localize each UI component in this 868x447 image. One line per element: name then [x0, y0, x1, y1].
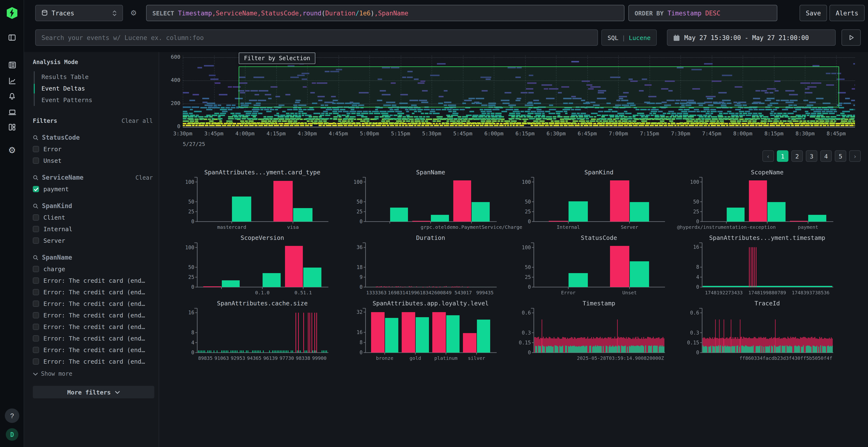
date-range-value: May 27 15:30:00 - May 27 21:00:00 [684, 34, 809, 41]
checkbox[interactable] [33, 324, 39, 330]
mini-chart-duration[interactable]: Duration09183613333631698314199618342600… [343, 233, 498, 299]
mini-chart-cache-size[interactable]: SpanAttributes.cache.size048168983591063… [175, 299, 329, 364]
svg-text:9: 9 [360, 274, 363, 280]
svg-text:bronze: bronze [376, 355, 393, 361]
checkbox[interactable] [33, 358, 39, 365]
page-button-5[interactable]: 5 [835, 150, 846, 162]
mini-chart-trace-id[interactable]: TraceId00.150.30.6ff860334facdb23d3f430f… [680, 299, 834, 364]
main-content: Filter by Selection 6004002000 3:30pm3:4… [159, 52, 868, 447]
select-clause-input[interactable]: SELECT Timestamp,ServiceName,StatusCode,… [146, 5, 624, 21]
search-input[interactable] [35, 29, 598, 46]
clear-all-link[interactable]: Clear all [122, 117, 153, 124]
filter-checkbox-row[interactable]: charge [33, 265, 153, 273]
alerts-button[interactable]: Alerts [830, 5, 865, 21]
page-prev-button[interactable]: ‹ [763, 150, 774, 162]
checkbox[interactable] [33, 312, 39, 318]
page-button-4[interactable]: 4 [820, 150, 832, 162]
user-avatar[interactable]: D [6, 428, 18, 441]
filter-group-spanname: SpanNamechargeError: The credit card (en… [33, 254, 153, 377]
checkbox[interactable] [33, 226, 39, 232]
checkbox[interactable] [33, 146, 39, 152]
mini-chart-timestamp[interactable]: Timestamp00.150.30.62025-05-28T03:59:14.… [512, 299, 666, 364]
mini-chart-span-name[interactable]: SpanName02550100grpc.oteldemo.PaymentSer… [343, 168, 498, 233]
page-next-button[interactable]: › [849, 150, 861, 162]
chart-explorer-icon[interactable] [6, 75, 18, 87]
checkbox[interactable] [33, 266, 39, 272]
lucene-mode-option[interactable]: Lucene [629, 34, 651, 41]
hyperdx-logo-icon[interactable] [6, 7, 18, 19]
filter-checkbox-row[interactable]: Error: The credit card (end… [33, 335, 153, 342]
filter-checkbox-row[interactable]: Server [33, 237, 153, 244]
filter-by-selection-tooltip[interactable]: Filter by Selection [239, 53, 316, 64]
mini-chart-card-type[interactable]: SpanAttributes...yment.card_type02550100… [175, 168, 329, 233]
filter-checkbox-row[interactable]: Error: The credit card (end… [33, 358, 153, 365]
sql-mode-option[interactable]: SQL [608, 34, 618, 41]
sessions-laptop-icon[interactable] [6, 106, 18, 118]
checkbox[interactable] [33, 186, 39, 192]
filter-checkbox-row[interactable]: payment [33, 185, 153, 193]
dashboards-icon[interactable] [6, 121, 18, 133]
filter-checkbox-row[interactable]: Error: The credit card (end… [33, 277, 153, 284]
checkbox[interactable] [33, 301, 39, 307]
chevron-updown-icon [112, 10, 117, 16]
filter-checkbox-row[interactable]: Error: The credit card (end… [33, 312, 153, 319]
search-logs-icon[interactable] [6, 59, 18, 71]
svg-text:16: 16 [188, 310, 194, 315]
source-select[interactable]: Traces [35, 5, 123, 21]
help-button[interactable]: ? [5, 409, 19, 423]
analysis-mode-event-patterns[interactable]: Event Patterns [35, 94, 153, 106]
checkbox[interactable] [33, 214, 39, 220]
analysis-mode-event-deltas[interactable]: Event Deltas [35, 83, 153, 94]
run-query-button[interactable] [841, 29, 861, 46]
checkbox-label: charge [43, 265, 65, 273]
settings-gear-icon[interactable]: ⚙ [6, 144, 18, 157]
analysis-mode-results-table[interactable]: Results Table [35, 71, 153, 83]
svg-text:Error: Error [561, 290, 576, 296]
page-button-3[interactable]: 3 [806, 150, 817, 162]
page-button-1[interactable]: 1 [777, 150, 788, 162]
filter-checkbox-row[interactable]: Error: The credit card (end… [33, 323, 153, 331]
mini-chart-payment-timestamp[interactable]: SpanAttributes...yment.timestamp04816174… [680, 233, 834, 299]
svg-text:Duration: Duration [416, 234, 445, 241]
timeline-y-label: 600 [161, 54, 180, 61]
filter-checkbox-row[interactable]: Error: The credit card (end… [33, 288, 153, 296]
timeline-y-label: 400 [161, 77, 180, 84]
clear-filter-link[interactable]: Clear [135, 174, 153, 181]
mini-chart-scope-name[interactable]: ScopeName02550100@hyperdx/instrumentatio… [680, 168, 834, 233]
query-language-toggle[interactable]: SQL | Lucene [601, 29, 657, 46]
checkbox[interactable] [33, 347, 39, 353]
order-by-input[interactable]: ORDER BY Timestamp DESC [628, 5, 777, 21]
svg-text:32: 32 [356, 309, 363, 315]
show-more-link[interactable]: Show more [33, 370, 153, 377]
panel-toggle-icon[interactable] [6, 31, 18, 44]
filter-checkbox-row[interactable]: Internal [33, 226, 153, 233]
mini-chart-span-kind[interactable]: SpanKind02550100InternalServer [512, 168, 666, 233]
filter-checkbox-row[interactable]: Error [33, 145, 153, 153]
search-icon [33, 203, 38, 209]
checkbox[interactable] [33, 158, 39, 164]
page-button-2[interactable]: 2 [791, 150, 803, 162]
filter-checkbox-row[interactable]: Error: The credit card (end… [33, 300, 153, 307]
mini-chart-status-code[interactable]: StatusCode02550100ErrorUnset [512, 233, 666, 299]
checkbox[interactable] [33, 335, 39, 342]
checkbox[interactable] [33, 277, 39, 284]
filter-checkbox-row[interactable]: Error: The credit card (end… [33, 346, 153, 353]
svg-text:ScopeName: ScopeName [751, 169, 783, 176]
filter-checkbox-row[interactable]: Unset [33, 157, 153, 164]
checkbox[interactable] [33, 238, 39, 244]
svg-text:0: 0 [696, 284, 699, 290]
timeline-time-label: 5:15pm [391, 131, 410, 137]
filter-checkbox-row[interactable]: Client [33, 214, 153, 221]
svg-text:0: 0 [528, 284, 531, 290]
selection-region[interactable] [239, 66, 839, 107]
checkbox[interactable] [33, 289, 39, 295]
mini-chart-loyalty-level[interactable]: SpanAttributes.app.loyalty.level081632br… [343, 299, 498, 364]
save-button[interactable]: Save [800, 5, 827, 21]
mini-chart-scope-version[interactable]: ScopeVersion025501000.1.00.51.1 [175, 233, 329, 299]
date-range-picker[interactable]: May 27 15:30:00 - May 27 21:00:00 [667, 29, 836, 46]
timeline-time-label: 4:45pm [329, 131, 348, 137]
more-filters-button[interactable]: More filters [33, 386, 154, 398]
alerts-bell-icon[interactable] [6, 90, 18, 103]
source-settings-gear-icon[interactable]: ⚙ [126, 5, 141, 21]
svg-text:payment: payment [798, 224, 818, 230]
